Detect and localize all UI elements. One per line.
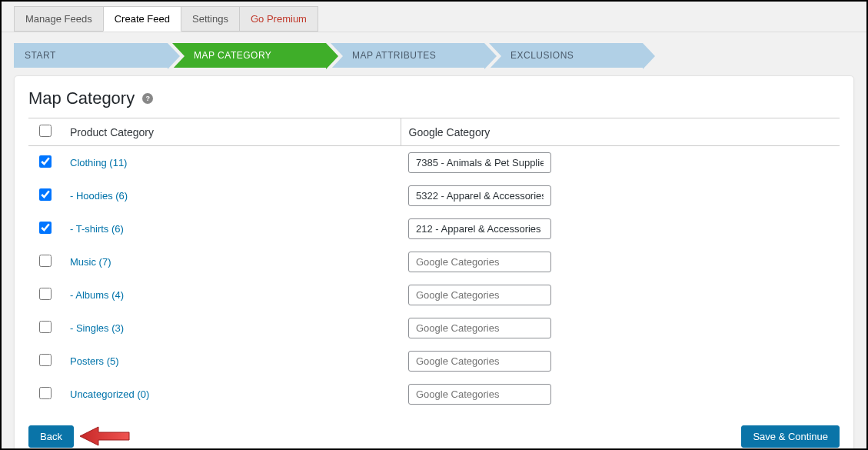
table-row: Uncategorized (0) (28, 378, 840, 411)
product-category-cell[interactable]: Music (7) (62, 245, 401, 278)
row-checkbox[interactable] (39, 288, 52, 300)
help-icon[interactable]: ? (142, 93, 153, 104)
table-row: - Singles (3) (28, 312, 840, 345)
category-card: Map Category ? Product Category Google C… (14, 75, 854, 450)
table-row: - T-shirts (6) (28, 212, 840, 245)
svg-marker-0 (80, 427, 129, 445)
tab-create-feed[interactable]: Create Feed (103, 6, 181, 32)
table-row: - Hoodies (6) (28, 179, 840, 212)
product-category-cell[interactable]: - Hoodies (6) (62, 179, 401, 212)
row-checkbox[interactable] (39, 255, 52, 267)
product-category-cell[interactable]: - Singles (3) (62, 312, 401, 345)
category-table: Product Category Google Category Clothin… (28, 118, 840, 411)
google-category-input[interactable] (408, 351, 551, 372)
google-category-input[interactable] (408, 285, 551, 305)
tab-go-premium[interactable]: Go Premium (239, 6, 318, 32)
row-checkbox[interactable] (39, 321, 52, 333)
google-category-input[interactable] (408, 384, 551, 405)
google-category-input[interactable] (408, 152, 551, 173)
save-continue-button[interactable]: Save & Continue (741, 425, 840, 448)
col-google-category: Google Category (401, 118, 840, 146)
row-checkbox[interactable] (39, 354, 52, 366)
row-checkbox[interactable] (39, 222, 52, 234)
step-exclusions[interactable]: EXCLUSIONS (489, 43, 643, 68)
row-checkbox[interactable] (39, 188, 52, 201)
product-category-cell[interactable]: Posters (5) (62, 345, 401, 378)
back-button[interactable]: Back (28, 425, 74, 448)
page-title: Map Category (28, 88, 135, 108)
tab-manage-feeds[interactable]: Manage Feeds (14, 6, 104, 32)
table-row: Posters (5) (28, 345, 840, 378)
product-category-cell[interactable]: Uncategorized (0) (62, 378, 401, 411)
tab-settings[interactable]: Settings (181, 6, 240, 32)
step-map-attributes[interactable]: MAP ATTRIBUTES (331, 43, 484, 68)
table-row: Music (7) (28, 245, 840, 278)
google-category-input[interactable] (408, 252, 551, 272)
google-category-input[interactable] (408, 318, 551, 338)
step-start[interactable]: START (14, 43, 168, 68)
arrow-annotation-icon (78, 425, 132, 448)
google-category-input[interactable] (408, 185, 551, 206)
product-category-cell[interactable]: Clothing (11) (62, 146, 401, 180)
select-all-checkbox[interactable] (39, 125, 52, 137)
step-map-category[interactable]: MAP CATEGORY (172, 43, 326, 68)
table-row: Clothing (11) (28, 146, 840, 180)
col-product-category: Product Category (62, 118, 401, 146)
product-category-cell[interactable]: - T-shirts (6) (62, 212, 401, 245)
row-checkbox[interactable] (39, 155, 52, 168)
google-category-input[interactable] (408, 218, 551, 239)
top-tabs: Manage Feeds Create Feed Settings Go Pre… (2, 2, 866, 32)
product-category-cell[interactable]: - Albums (4) (62, 278, 401, 312)
wizard-steps: START MAP CATEGORY MAP ATTRIBUTES EXCLUS… (2, 32, 866, 75)
row-checkbox[interactable] (39, 387, 52, 399)
table-row: - Albums (4) (28, 278, 840, 312)
